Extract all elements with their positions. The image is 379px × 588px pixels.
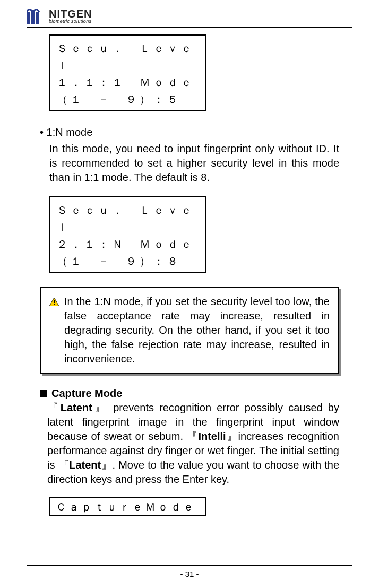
logo-text-main: NITGEN (49, 8, 92, 19)
lcd-display-3: ＣａｐｔｕｒｅＭｏｄｅ (49, 497, 206, 516)
square-bullet-icon (40, 390, 47, 397)
logo-text-sub: biometric solutions (49, 19, 92, 24)
lcd-display-2: Ｓｅｃｕ． Ｌｅｖｅｌ ２．１：Ｎ Ｍｏｄｅ （１ － ９）：８ (49, 196, 206, 273)
logo-icon (27, 9, 45, 24)
svg-rect-4 (54, 300, 55, 303)
lcd-line: （１ － ９）：８ (57, 253, 199, 270)
svg-rect-1 (31, 10, 35, 24)
svg-rect-0 (27, 12, 30, 24)
section-capture-mode-body: 『Latent』 prevents recognition error poss… (40, 401, 339, 487)
lcd-display-1: Ｓｅｃｕ． Ｌｅｖｅｌ １．１：１ Ｍｏｄｅ （１ － ９）：５ (49, 34, 206, 111)
bullet-heading: • 1:N mode (40, 125, 339, 140)
svg-rect-2 (36, 12, 39, 24)
lcd-line: ２．１：Ｎ Ｍｏｄｅ (57, 236, 199, 253)
section-heading-text: Capture Mode (51, 387, 122, 400)
section-capture-mode-heading: Capture Mode (40, 387, 339, 400)
warning-text: In the 1:N mode, if you set the security… (64, 295, 330, 366)
lcd-line: １．１：１ Ｍｏｄｅ (57, 74, 199, 91)
bullet-text: In this mode, you need to input fingerpr… (49, 142, 339, 185)
bullet-1n-mode: • 1:N mode In this mode, you need to inp… (40, 125, 339, 185)
svg-rect-5 (54, 304, 55, 305)
lcd-line: Ｓｅｃｕ． Ｌｅｖｅｌ (57, 202, 199, 236)
lcd-line: Ｓｅｃｕ． Ｌｅｖｅｌ (57, 40, 199, 74)
warning-icon (49, 296, 59, 366)
footer-divider (27, 565, 352, 566)
lcd-line: ＣａｐｔｕｒｅＭｏｄｅ (56, 499, 200, 514)
warning-box: In the 1:N mode, if you set the security… (40, 287, 339, 374)
header: NITGEN biometric solutions (27, 8, 352, 27)
lcd-line: （１ － ９）：５ (57, 91, 199, 108)
page-number: - 31 - (0, 569, 379, 578)
